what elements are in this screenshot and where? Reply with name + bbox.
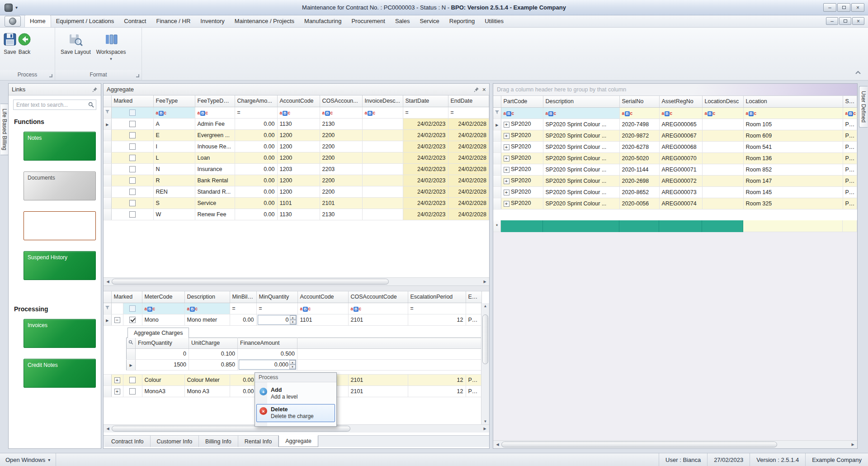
equipment-row[interactable]: SP2020 SP2020 Sprint Colour ... 2020-502… (493, 152, 857, 164)
column-header[interactable]: InvoiceDesc... (362, 95, 403, 107)
expand-row-icon[interactable] (504, 178, 509, 184)
equipment-row[interactable]: SP2020 SP2020 Sprint Colour ... 2020-269… (493, 175, 857, 186)
marked-checkbox[interactable] (129, 155, 136, 161)
back-button[interactable]: Back (17, 30, 32, 55)
equipment-row[interactable]: SP2020 SP2020 Sprint Colour ... 2020-627… (493, 141, 857, 152)
minimize-button[interactable]: – (823, 3, 836, 12)
spin-down-icon[interactable] (290, 320, 296, 324)
column-header[interactable]: PartCode (501, 96, 543, 107)
column-header[interactable]: MinBilling (230, 291, 256, 303)
column-header[interactable]: MeterCode (142, 291, 184, 303)
filter-cell[interactable] (743, 107, 843, 119)
column-header[interactable]: ChargeAmo... (235, 95, 277, 107)
tab-aggregate-charges[interactable]: Aggregate Charges (127, 328, 189, 338)
scroll-right-icon[interactable]: ▶ (481, 427, 489, 431)
equipment-row[interactable]: SP2020 SP2020 Sprint Colour ... 2020-865… (493, 186, 857, 198)
scrollbar-thumb[interactable] (501, 442, 777, 447)
filter-cell[interactable] (184, 303, 230, 314)
close-button[interactable]: × (851, 3, 864, 12)
app-icon[interactable] (5, 4, 13, 12)
equipment-hscrollbar[interactable]: ◀ ▶ (493, 440, 857, 448)
collapse-ribbon-icon[interactable] (854, 70, 862, 75)
filter-cell[interactable] (235, 107, 277, 118)
filter-cell[interactable] (297, 303, 348, 314)
equipment-row[interactable]: SP2020 SP2020 Sprint Colour ... 2020-005… (493, 198, 857, 209)
filter-cell[interactable] (403, 107, 448, 118)
search-input[interactable] (13, 100, 96, 110)
filter-cell[interactable] (619, 107, 659, 119)
column-header[interactable]: COSAccoun... (320, 95, 362, 107)
scroll-right-icon[interactable]: ▶ (481, 280, 489, 284)
column-header[interactable]: FinanceAmount (238, 338, 297, 348)
expand-row-icon[interactable] (504, 156, 509, 162)
charge-row[interactable]: 1500 0.850 0.000 (127, 359, 482, 370)
filter-cell[interactable] (466, 303, 482, 314)
ribbon-tab[interactable]: Home (24, 15, 51, 27)
ribbon-tab[interactable]: Inventory (195, 15, 229, 27)
column-header[interactable]: Description (184, 291, 230, 303)
spinner[interactable] (290, 315, 296, 324)
search-icon[interactable] (128, 340, 133, 345)
link-button[interactable]: Credit Notes (24, 359, 96, 388)
expand-row-icon[interactable] (504, 190, 509, 195)
column-header[interactable]: Ship (843, 96, 857, 107)
column-header[interactable]: AccountCode (277, 95, 320, 107)
marked-checkbox[interactable] (129, 166, 136, 172)
link-button[interactable]: Hold History (24, 211, 96, 240)
link-button[interactable]: Suspend History (24, 251, 96, 280)
filter-cell[interactable] (843, 107, 857, 119)
filter-cell[interactable] (123, 303, 142, 314)
scroll-left-icon[interactable]: ◀ (104, 280, 112, 284)
column-header[interactable]: AssetRegNo (659, 96, 702, 107)
bottom-tab[interactable]: Rental Info (238, 436, 278, 447)
column-header[interactable]: Location (743, 96, 843, 107)
group-by-bar[interactable]: Drag a column header here to group by th… (493, 84, 857, 96)
marked-checkbox[interactable] (129, 189, 136, 195)
scrollbar-thumb[interactable] (482, 314, 488, 364)
scroll-left-icon[interactable]: ◀ (494, 442, 501, 447)
filter-cell[interactable] (362, 107, 403, 118)
bottom-tab[interactable]: Customer Info (151, 436, 199, 447)
column-header[interactable]: UnitCharge (189, 338, 238, 348)
ribbon-tab[interactable]: Procurement (346, 15, 390, 27)
application-button[interactable] (5, 16, 21, 27)
ribbon-tab[interactable]: Sales (390, 15, 415, 27)
column-header[interactable]: FromQuantity (136, 338, 189, 348)
menu-item-delete[interactable]: Delete Delete the charge (256, 404, 335, 422)
marked-checkbox[interactable] (129, 388, 136, 395)
column-header[interactable]: Marked (111, 291, 142, 303)
restore-button[interactable] (837, 3, 850, 12)
charge-row[interactable]: 0 0.100 0.500 (127, 348, 482, 359)
expand-row-icon[interactable] (504, 144, 509, 150)
equipment-row[interactable]: SP2020 SP2020 Sprint Colour ... 2020-114… (493, 164, 857, 175)
equipment-row[interactable]: SP2020 SP2020 Sprint Colour ... 2020-749… (493, 119, 857, 130)
mdi-minimize-button[interactable]: – (826, 17, 838, 25)
side-tab-user-defined[interactable]: User Defined (859, 86, 868, 128)
filter-cell[interactable] (702, 107, 743, 119)
filter-cell[interactable] (408, 303, 466, 314)
spin-up-icon[interactable] (289, 360, 296, 365)
spin-up-icon[interactable] (290, 315, 296, 320)
fee-row[interactable]: REN Standard R... 0.00 1200 2200 24/02/2… (104, 186, 489, 197)
filter-cell[interactable] (659, 107, 702, 119)
workspaces-dropdown-icon[interactable]: ▾ (110, 57, 112, 60)
marked-checkbox[interactable] (129, 317, 136, 323)
marked-checkbox[interactable] (129, 121, 136, 127)
expand-row-icon[interactable] (504, 201, 509, 207)
column-header[interactable]: StartDate (403, 95, 448, 107)
search-icon[interactable] (88, 102, 94, 108)
column-header[interactable]: AccountCode (297, 291, 348, 303)
bottom-tab[interactable]: Aggregate (278, 435, 318, 447)
column-header[interactable]: MinQuantity (256, 291, 297, 303)
filter-cell[interactable] (543, 107, 619, 119)
expand-row-icon[interactable] (504, 133, 509, 139)
scroll-right-icon[interactable]: ▶ (849, 442, 857, 447)
fee-row[interactable]: S Service 0.00 1101 2101 24/02/2023 24/0… (104, 197, 489, 209)
expand-row-icon[interactable] (114, 377, 120, 383)
fee-row[interactable]: W Renew Fee 0.00 1130 2130 24/02/2023 24… (104, 209, 489, 220)
link-button[interactable]: Invoices (24, 319, 96, 348)
column-header[interactable]: Escalati... (466, 291, 482, 303)
fee-grid-hscrollbar[interactable]: ◀ ▶ (104, 277, 489, 285)
fee-row[interactable]: I Inhouse Re... 0.00 1200 2200 24/02/202… (104, 141, 489, 152)
mdi-restore-button[interactable] (839, 17, 851, 25)
